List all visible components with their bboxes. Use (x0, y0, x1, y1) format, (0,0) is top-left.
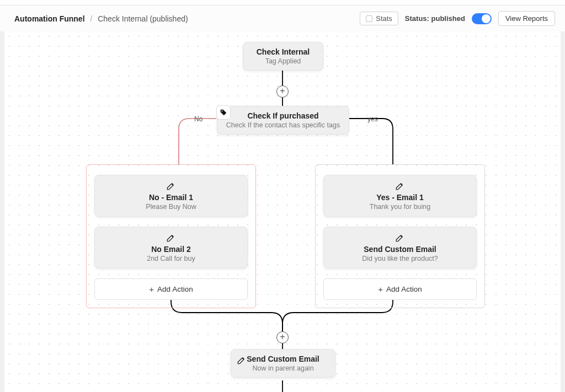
add-step-button-2[interactable]: + (276, 331, 289, 343)
header-actions: Stats Status: published View Reports (360, 11, 555, 26)
action-card-no-2[interactable]: No Email 2 2nd Call for buy (94, 227, 248, 269)
pencil-icon (395, 235, 405, 244)
flow-canvas[interactable]: Check Internal Tag Applied + Check If pu… (4, 31, 561, 392)
svg-point-0 (221, 110, 222, 111)
branch-no-box: No - Email 1 Please Buy Now No Email 2 2… (86, 164, 256, 308)
plus-icon: + (149, 284, 154, 294)
breadcrumb-current: Check Internal (published) (98, 14, 188, 23)
condition-title: Check If purchased (223, 111, 343, 120)
pencil-icon (166, 235, 176, 244)
publish-toggle[interactable] (472, 13, 492, 24)
view-reports-button[interactable]: View Reports (498, 11, 555, 26)
start-node[interactable]: Check Internal Tag Applied (243, 42, 323, 71)
canvas-wrap: Check Internal Tag Applied + Check If pu… (0, 31, 565, 392)
checkbox-icon (366, 15, 372, 22)
plus-icon: + (378, 284, 383, 294)
card-subtitle: Did you like the product? (329, 255, 471, 262)
add-action-label: Add Action (157, 285, 193, 293)
browser-chrome (0, 0, 565, 6)
card-title: Yes - Email 1 (329, 193, 471, 202)
add-action-button-no[interactable]: + Add Action (94, 278, 248, 300)
card-title: No - Email 1 (100, 193, 242, 202)
branch-label-yes: yes (367, 115, 378, 123)
branch-yes-box: Yes - Email 1 Thank you for buing Send C… (315, 164, 485, 308)
breadcrumb-root[interactable]: Automation Funnel (14, 14, 85, 23)
after-node[interactable]: Send Custom Email Now in parent again (231, 349, 335, 378)
reports-label: View Reports (505, 14, 548, 23)
plus-icon: + (280, 87, 285, 95)
condition-subtitle: Check If the contact has specific tags (223, 121, 343, 129)
action-card-yes-1[interactable]: Yes - Email 1 Thank you for buing (323, 175, 477, 217)
after-title: Send Custom Email (237, 355, 329, 363)
stats-label: Stats (376, 14, 392, 23)
add-step-button[interactable]: + (276, 85, 289, 98)
pencil-icon (395, 183, 405, 192)
status-label: Status: published (405, 14, 465, 23)
branch-label-no: No (194, 115, 202, 123)
breadcrumb-separator: / (87, 14, 95, 23)
start-title: Check Internal (249, 47, 317, 56)
card-subtitle: Thank you for buing (329, 203, 471, 211)
card-title: No Email 2 (100, 245, 242, 254)
tag-icon (216, 105, 231, 120)
start-subtitle: Tag Applied (249, 57, 317, 65)
after-subtitle: Now in parent again (237, 364, 329, 372)
breadcrumb: Automation Funnel / Check Internal (publ… (14, 14, 188, 23)
add-action-label: Add Action (386, 285, 422, 293)
plus-icon: + (280, 332, 285, 341)
card-subtitle: 2nd Call for buy (100, 255, 242, 262)
page-header: Automation Funnel / Check Internal (publ… (0, 6, 565, 31)
action-card-no-1[interactable]: No - Email 1 Please Buy Now (94, 175, 248, 217)
card-title: Send Custom Email (329, 245, 471, 254)
card-subtitle: Please Buy Now (100, 203, 242, 211)
stats-button[interactable]: Stats (360, 12, 398, 25)
condition-node[interactable]: Check If purchased Check If the contact … (217, 106, 349, 135)
action-card-yes-2[interactable]: Send Custom Email Did you like the produ… (323, 227, 477, 269)
pencil-icon (166, 183, 176, 192)
add-action-button-yes[interactable]: + Add Action (323, 278, 477, 300)
pencil-icon (237, 355, 247, 367)
